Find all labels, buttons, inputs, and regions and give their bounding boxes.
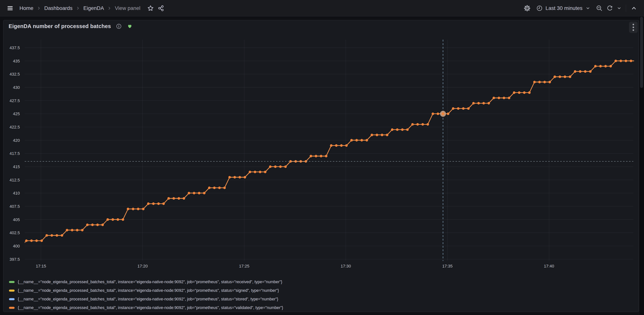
- legend-label: {__name__="node_eigenda_processed_batche…: [18, 297, 278, 302]
- zoom-out-icon: [596, 5, 603, 12]
- legend-swatch: [9, 290, 14, 292]
- legend-item-stored[interactable]: {__name__="node_eigenda_processed_batche…: [9, 295, 639, 304]
- hovered-point: [442, 112, 444, 115]
- panel-title: EigenDA number of processed batches: [8, 23, 111, 29]
- time-range-label: Last 30 minutes: [546, 5, 582, 11]
- chevron-right-icon: [107, 6, 112, 10]
- chevron-right-icon: [37, 6, 41, 10]
- svg-text:400: 400: [13, 244, 20, 248]
- legend-label: {__name__="node_eigenda_processed_batche…: [18, 306, 283, 310]
- breadcrumb-eigenda[interactable]: EigenDA: [84, 5, 104, 11]
- legend-label: {__name__="node_eigenda_processed_batche…: [18, 280, 282, 284]
- breadcrumb-dashboards[interactable]: Dashboards: [44, 5, 72, 11]
- chart-svg[interactable]: 397.5400402.5405407.5410412.5415417.5420…: [3, 32, 639, 277]
- chevron-down-icon: [586, 6, 590, 11]
- svg-text:407.5: 407.5: [10, 204, 20, 209]
- chevron-up-icon: [631, 5, 637, 12]
- legend-swatch: [9, 307, 14, 309]
- kebab-icon: [632, 23, 634, 32]
- svg-text:17:35: 17:35: [442, 264, 452, 268]
- svg-text:417.5: 417.5: [10, 151, 20, 156]
- svg-text:17:40: 17:40: [544, 264, 554, 268]
- zoom-out-time-button[interactable]: [594, 3, 604, 14]
- panel-health-heart-icon: [127, 23, 133, 29]
- svg-text:17:20: 17:20: [138, 264, 148, 268]
- panel-eigenda-processed-batches: EigenDA number of processed batches 397.…: [3, 20, 639, 312]
- refresh-interval-dropdown[interactable]: [615, 3, 623, 14]
- legend-swatch: [9, 298, 14, 300]
- legend-item-received[interactable]: {__name__="node_eigenda_processed_batche…: [9, 278, 639, 286]
- svg-text:410: 410: [13, 191, 20, 196]
- nav-divider: [626, 4, 626, 12]
- chart-legend: {__name__="node_eigenda_processed_batche…: [3, 277, 639, 312]
- hamburger-icon: [6, 5, 14, 12]
- panel-menu-button[interactable]: [629, 22, 638, 33]
- svg-text:427.5: 427.5: [10, 98, 20, 103]
- chevron-right-icon: [76, 6, 80, 10]
- time-series-chart[interactable]: 397.5400402.5405407.5410412.5415417.5420…: [3, 32, 639, 277]
- page-scrollbar[interactable]: [639, 16, 644, 315]
- panel-header[interactable]: EigenDA number of processed batches: [3, 20, 639, 32]
- svg-text:422.5: 422.5: [10, 125, 20, 130]
- share-icon: [158, 5, 164, 12]
- refresh-icon: [606, 5, 613, 12]
- hamburger-menu-button[interactable]: [5, 3, 15, 14]
- clock-icon: [536, 5, 543, 12]
- svg-text:430: 430: [13, 85, 20, 90]
- star-icon: [147, 5, 154, 12]
- breadcrumb-view-panel: View panel: [115, 5, 140, 11]
- svg-text:415: 415: [13, 164, 20, 169]
- time-range-picker[interactable]: Last 30 minutes: [534, 2, 593, 14]
- svg-text:397.5: 397.5: [10, 257, 20, 262]
- legend-item-signed[interactable]: {__name__="node_eigenda_processed_batche…: [9, 286, 639, 295]
- svg-text:17:25: 17:25: [239, 264, 249, 268]
- svg-text:425: 425: [13, 112, 20, 116]
- dashboard-settings-button[interactable]: [522, 3, 532, 14]
- star-dashboard-button[interactable]: [145, 3, 156, 14]
- legend-swatch: [9, 281, 14, 283]
- collapse-controls-button[interactable]: [629, 3, 639, 14]
- legend-label: {__name__="node_eigenda_processed_batche…: [18, 288, 279, 293]
- breadcrumb-home[interactable]: Home: [20, 5, 34, 11]
- svg-text:402.5: 402.5: [10, 230, 20, 235]
- panel-info-icon[interactable]: [116, 23, 122, 29]
- scrollbar-thumb[interactable]: [640, 17, 643, 88]
- svg-text:432.5: 432.5: [10, 72, 20, 76]
- svg-text:405: 405: [13, 217, 20, 222]
- svg-text:412.5: 412.5: [10, 178, 20, 182]
- gear-icon: [524, 5, 531, 12]
- breadcrumb: Home Dashboards EigenDA View panel: [20, 5, 140, 11]
- svg-text:437.5: 437.5: [10, 46, 20, 50]
- svg-text:435: 435: [13, 59, 20, 64]
- svg-text:17:30: 17:30: [341, 264, 351, 268]
- chevron-down-icon: [617, 6, 622, 11]
- share-button[interactable]: [156, 3, 166, 14]
- top-nav: Home Dashboards EigenDA View panel: [0, 0, 644, 16]
- legend-item-validated[interactable]: {__name__="node_eigenda_processed_batche…: [9, 304, 639, 312]
- refresh-button[interactable]: [604, 3, 615, 14]
- svg-text:420: 420: [13, 138, 20, 143]
- svg-text:17:15: 17:15: [36, 264, 46, 268]
